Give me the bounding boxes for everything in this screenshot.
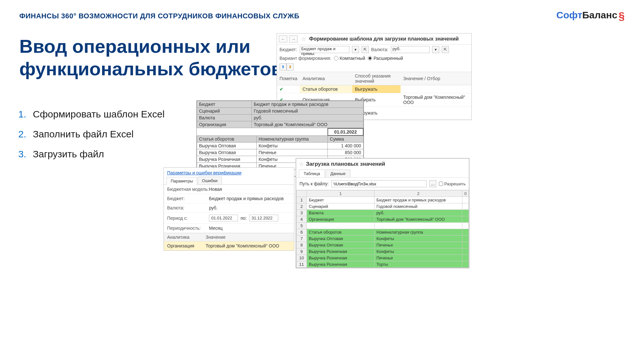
- freq-label: Периодичность:: [167, 226, 209, 231]
- col-filter: Значение / Отбор: [401, 72, 471, 85]
- meta-key: Валюта: [197, 115, 252, 121]
- logo-part2: Баланс: [582, 10, 617, 20]
- grid-cell-1: Валюта: [307, 210, 374, 216]
- grid-cell-3: [462, 216, 469, 223]
- c-budget-label: Бюджет:: [167, 196, 209, 201]
- row-filter: [401, 107, 471, 120]
- grid-cell-3: [462, 248, 469, 255]
- tab-data[interactable]: Данные: [326, 170, 350, 177]
- meta-val: Торговый дом "Комплексный" ООО: [252, 121, 364, 128]
- grid-row-index: 7: [297, 236, 307, 242]
- currency-open-icon[interactable]: ⇱: [442, 46, 449, 53]
- col-mark: Пометка: [277, 72, 300, 85]
- currency-select[interactable]: руб.: [391, 46, 430, 53]
- grid-cell-3: [462, 203, 469, 210]
- template-window-title: Формирование шаблона для загрузки планов…: [309, 36, 459, 42]
- grid-row-index: 6: [297, 229, 307, 236]
- meta-key: Бюджет: [197, 101, 252, 108]
- row-check[interactable]: ✔: [277, 85, 300, 93]
- star-icon[interactable]: ☆: [301, 35, 306, 42]
- c-arow-label: Организация: [164, 241, 202, 251]
- grid-cell-3: [462, 223, 469, 229]
- grid-cell-1: Выручка Розничная: [307, 248, 374, 255]
- grid-cell-1: [307, 223, 374, 229]
- grid-row-index: 1: [297, 197, 307, 203]
- path-label: Путь к файлу:: [299, 181, 329, 186]
- meta-key: Организация: [197, 121, 252, 128]
- b-col2: Конфеты: [257, 143, 328, 149]
- allow-checkbox[interactable]: Разрешить: [439, 180, 466, 187]
- row-filter: Торговый дом "Комплексный" ООО: [401, 93, 471, 107]
- move-up-button[interactable]: ⬆: [279, 63, 287, 70]
- currency-dropdown-icon[interactable]: ▾: [432, 46, 439, 53]
- verification-link[interactable]: Параметры и ошибки верификации: [164, 168, 294, 177]
- c-currency-value: руб.: [209, 205, 291, 210]
- path-input[interactable]: [331, 180, 427, 187]
- grid-cell-1: Выручка Розничная: [307, 255, 374, 261]
- grid-col-blank: [297, 190, 307, 197]
- tab-errors[interactable]: Ошибки: [198, 177, 222, 184]
- grid-col-1: 1: [307, 190, 374, 197]
- budget-label: Бюджет:: [279, 47, 297, 52]
- grid-cell-3: [462, 242, 469, 248]
- logo-swirl-icon: §: [619, 10, 625, 22]
- grid-cell-2: Печенье: [374, 255, 462, 261]
- grid-cell-3: [462, 236, 469, 242]
- grid-row-index: 4: [297, 216, 307, 223]
- period-to-label: по:: [241, 216, 247, 221]
- model-label: Бюджетная модель:: [167, 187, 209, 192]
- period-from-input[interactable]: 01.01.2022: [209, 215, 238, 221]
- col-analytic: Аналитика: [300, 72, 352, 85]
- grid-cell-1: Организация: [307, 216, 374, 223]
- import-grid: 1 2 0 1 Бюджет Бюджет продаж и прямых ра…: [296, 190, 469, 268]
- date-header: 01.01.2022: [328, 128, 363, 135]
- freq-value: Месяц: [209, 226, 291, 231]
- grid-row-index: 5: [297, 223, 307, 229]
- grid-row-index: 11: [297, 261, 307, 268]
- period-label: Период с:: [167, 216, 209, 221]
- grid-cell-3: [462, 210, 469, 216]
- budget-dropdown-icon[interactable]: ▾: [352, 46, 359, 53]
- grid-cell-2: Бюджет продаж и прямых расходов: [374, 197, 462, 203]
- meta-val: руб.: [252, 115, 364, 121]
- grid-cell-1: Статья оборотов: [307, 229, 374, 236]
- browse-button[interactable]: …: [429, 180, 436, 187]
- col-method: Способ указания значений: [352, 72, 401, 85]
- excel-col-3: Сумма: [328, 135, 363, 143]
- logo: СофтБаланс§: [556, 10, 625, 22]
- b-col3: 850 000: [328, 149, 363, 156]
- variant-compact-radio[interactable]: Компактный: [334, 56, 365, 61]
- load-star-icon[interactable]: ☆: [299, 161, 304, 168]
- excel-col-1: Статья оборотов: [197, 135, 257, 143]
- grid-col-2: 2: [374, 190, 462, 197]
- row-method[interactable]: Выгружать: [352, 85, 401, 93]
- meta-key: Сценарий: [197, 108, 252, 115]
- budget-open-icon[interactable]: ⇱: [362, 46, 369, 53]
- forward-button[interactable]: →: [289, 35, 298, 42]
- tab-table[interactable]: Таблица: [299, 170, 325, 177]
- grid-cell-3: [462, 229, 469, 236]
- currency-label: Валюта:: [371, 47, 388, 52]
- period-to-input[interactable]: 31.12.2022: [249, 215, 278, 221]
- page-header: ФИНАНСЫ 360° ВОЗМОЖНОСТИ ДЛЯ СОТРУДНИКОВ…: [0, 0, 644, 22]
- meta-val: Годовой помесячный: [252, 108, 364, 115]
- c-budget-value: Бюджет продаж и прямых расходов: [209, 196, 291, 201]
- grid-cell-2: Конфеты: [374, 248, 462, 255]
- grid-row-index: 3: [297, 210, 307, 216]
- variant-extended-radio[interactable]: Расширенный: [368, 56, 403, 61]
- tab-params[interactable]: Параметры: [166, 177, 197, 185]
- grid-cell-3: [462, 261, 469, 268]
- grid-cell-1: Выручка Оптовая: [307, 236, 374, 242]
- budget-select[interactable]: Бюджет продаж и прямы:: [300, 46, 349, 53]
- logo-part1: Софт: [556, 10, 582, 20]
- grid-cell-2: Торговый дом "Комплексный" ООО: [374, 216, 462, 223]
- b-col2: Печенье: [257, 149, 328, 156]
- move-down-button[interactable]: ⬇: [287, 63, 294, 70]
- grid-cell-2: Годовой помесячный: [374, 203, 462, 210]
- row-filter: [401, 85, 471, 93]
- back-button[interactable]: ←: [279, 35, 287, 42]
- row-analytic: Статья оборотов: [300, 85, 352, 93]
- model-value: Новая: [209, 187, 291, 192]
- b-col3: 1 400 000: [328, 143, 363, 149]
- grid-cell-1: Бюджет: [307, 197, 374, 203]
